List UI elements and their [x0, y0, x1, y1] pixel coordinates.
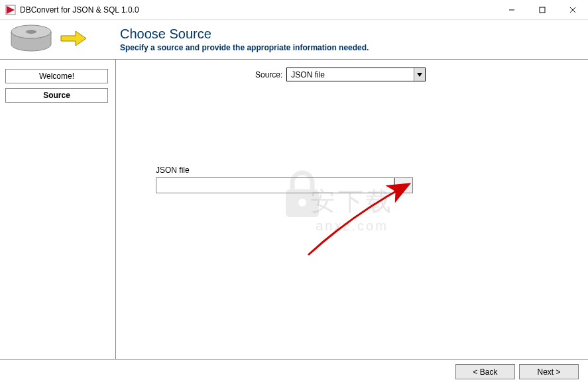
close-button[interactable]: [558, 0, 588, 19]
file-label: JSON file: [156, 166, 413, 175]
svg-rect-2: [540, 7, 545, 13]
back-button-label: < Back: [473, 367, 497, 377]
browse-button[interactable]: ...: [394, 177, 413, 193]
window-controls: [497, 0, 588, 19]
source-dropdown-value: JSON file: [287, 70, 414, 79]
heading: Choose Source Specify a source and provi…: [117, 26, 369, 52]
source-dropdown[interactable]: JSON file: [286, 68, 426, 81]
sidebar-step-label: Welcome!: [39, 72, 74, 81]
page-title: Choose Source: [120, 26, 369, 42]
browse-button-label: ...: [399, 181, 408, 190]
sidebar-step-source[interactable]: Source: [5, 88, 108, 103]
svg-point-8: [298, 199, 306, 207]
next-button-label: Next >: [537, 367, 560, 377]
app-icon: [5, 5, 16, 15]
json-file-input[interactable]: [156, 177, 394, 193]
sidebar-step-welcome[interactable]: Welcome!: [5, 69, 108, 83]
back-button[interactable]: < Back: [455, 364, 515, 379]
next-button[interactable]: Next >: [519, 364, 579, 379]
page-subtitle: Specify a source and provide the appropr…: [120, 43, 369, 52]
svg-point-6: [26, 30, 36, 34]
header: Choose Source Specify a source and provi…: [0, 20, 588, 60]
minimize-button[interactable]: [497, 0, 527, 19]
disc-icon: [8, 22, 54, 57]
svg-rect-7: [286, 189, 319, 217]
logo-area: [8, 22, 117, 57]
window-title: DBConvert for JSON & SQL 1.0.0: [20, 5, 497, 15]
footer: < Back Next >: [0, 359, 588, 384]
chevron-down-icon: [414, 68, 425, 81]
arrow-icon: [60, 29, 88, 50]
titlebar: DBConvert for JSON & SQL 1.0.0: [0, 0, 588, 20]
sidebar-step-label: Source: [43, 91, 70, 100]
watermark-text-2: anxz.com: [310, 218, 394, 234]
source-label: Source:: [255, 70, 282, 79]
main-panel: Source: JSON file JSON file ...: [116, 60, 588, 359]
sidebar: Welcome! Source: [0, 60, 116, 359]
maximize-button[interactable]: [527, 0, 558, 19]
